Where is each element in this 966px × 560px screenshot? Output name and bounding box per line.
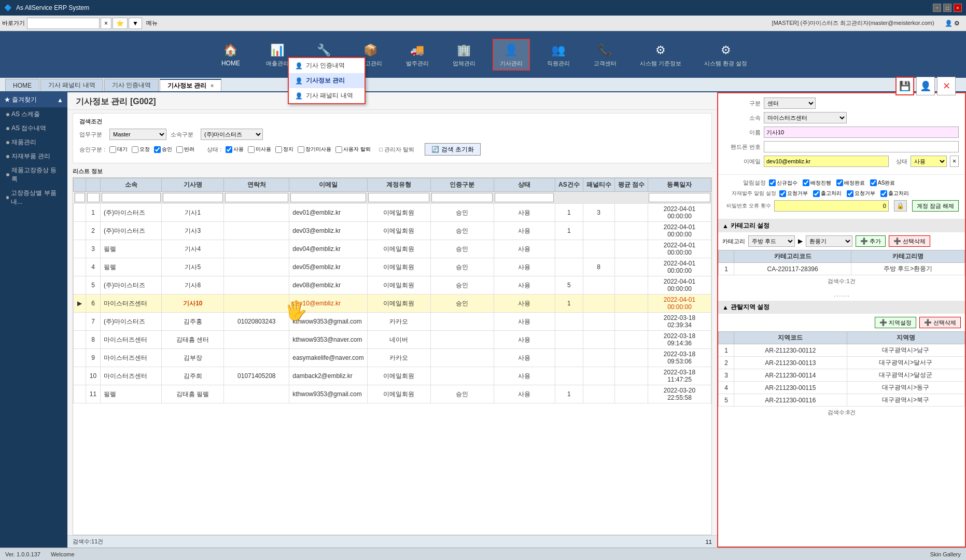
sidebar-defect[interactable]: 제품고장증상 등록	[0, 163, 67, 186]
data-table-wrapper[interactable]: 소속 기사명 연락처 이메일 계정유형 인증구분 상태 AS건수 패널티수 평균…	[73, 177, 712, 535]
auto-reject1[interactable]: 요청거부	[779, 190, 808, 197]
save-button[interactable]: 💾	[895, 77, 914, 95]
delete-region-btn[interactable]: ➕ 선택삭제	[919, 317, 961, 328]
filter-status-input[interactable]	[495, 193, 554, 202]
alert-as[interactable]: AS완료	[870, 179, 895, 187]
delete-cat-btn[interactable]: ➕ 선택삭제	[889, 235, 930, 247]
menu-home[interactable]: 🏠 HOME	[213, 40, 249, 69]
cat-main-select[interactable]: 주방 후드	[748, 235, 795, 247]
dropdown-cert[interactable]: 👤 기사 인증내역	[289, 58, 365, 73]
cat-sub-select[interactable]: 환풍기	[806, 235, 852, 247]
status-select[interactable]: 사용	[911, 156, 947, 167]
menu-customer[interactable]: 📞 고객센터	[587, 40, 623, 69]
email-clear-btn[interactable]: ×	[950, 156, 959, 167]
error-count-input[interactable]	[774, 200, 889, 212]
quick-access-input[interactable]	[27, 18, 100, 29]
dropdown-info[interactable]: 👤 기사정보 관리	[289, 73, 365, 88]
dropdown-panel[interactable]: 👤 기사 패널티 내역	[289, 88, 365, 103]
menu-toggle-btn[interactable]: ▼	[129, 18, 142, 29]
tab-home[interactable]: HOME	[5, 79, 39, 91]
auto-ship2[interactable]: 출고처리	[880, 190, 909, 197]
region-row[interactable]: 1 AR-211230-00112 대구광역시>남구	[719, 344, 965, 357]
pw-input[interactable]	[764, 141, 959, 152]
menu-technician[interactable]: 👤 기사관리	[493, 39, 530, 71]
region-row[interactable]: 2 AR-211230-00113 대구광역시>달서구	[719, 357, 965, 369]
table-row[interactable]: 1(주)마이스터즈기사1dev01@embliz.kr이메일회원승인사용1320…	[74, 204, 711, 222]
region-row[interactable]: 5 AR-211230-00116 대구광역시>북구	[719, 394, 965, 407]
menu-employee-label: 직원관리	[547, 60, 570, 67]
auto-reject2[interactable]: 요청거부	[847, 190, 875, 197]
alert-done[interactable]: 배정완료	[836, 179, 865, 187]
sidebar-branch[interactable]: 고장증상별 부품내...	[0, 186, 67, 209]
table-row[interactable]: 3필렐기사4dev04@embliz.kr이메일회원승인사용2022-04-01…	[74, 240, 711, 258]
lock-icon-btn[interactable]: 🔒	[894, 200, 907, 212]
close-button[interactable]: ×	[954, 4, 962, 12]
status-longterm[interactable]: 장기미사용	[298, 146, 331, 153]
tab-info[interactable]: 기사정보 관리 ×	[160, 79, 221, 91]
table-row[interactable]: 5(주)마이스터즈기사8dev08@embliz.kr이메일회원승인사용5202…	[74, 276, 711, 295]
cat-row[interactable]: 1 CA-220117-28396 주방 후드>환풍기	[719, 263, 965, 275]
table-row[interactable]: 8마이스터즈센터김태흠 센터kthwow9353@naver.com네이버사용2…	[74, 331, 711, 349]
filter-select-input[interactable]	[75, 193, 85, 202]
alert-new[interactable]: 신규접수	[769, 179, 797, 187]
tab-close-info[interactable]: ×	[211, 83, 214, 89]
table-row[interactable]: 10마이스터즈센터김주희01071405208damback2@embliz.k…	[74, 367, 711, 385]
clear-btn[interactable]: ×	[101, 18, 111, 29]
tab-cert[interactable]: 기사 인증내역	[104, 79, 159, 91]
region-row[interactable]: 4 AR-211230-00115 대구광역시>동구	[719, 382, 965, 394]
reset-pw-btn[interactable]: 계정 잠금 해제	[912, 200, 959, 212]
email-input[interactable]	[764, 156, 889, 167]
table-row[interactable]: 4필렐기사5dev05@embliz.kr이메일회원승인사용82022-04-0…	[74, 258, 711, 276]
filter-email-input[interactable]	[290, 193, 367, 202]
add-cat-btn[interactable]: ➕ 추가	[856, 235, 886, 247]
status-inactive[interactable]: 미사용	[248, 146, 271, 153]
menu-system2[interactable]: ⚙ 시스템 환경 설정	[698, 40, 753, 69]
menu-delivery[interactable]: 🚚 발주관리	[399, 40, 436, 69]
minimize-button[interactable]: －	[933, 4, 941, 12]
menu-company[interactable]: 🏢 업체관리	[446, 40, 482, 69]
status-withdrawn[interactable]: 사용자 탈퇴	[335, 146, 371, 153]
tab-panel[interactable]: 기사 패널티 내역	[40, 79, 103, 91]
region-header[interactable]: ▲ 관탈지역 설정	[718, 301, 965, 314]
reset-search-btn[interactable]: 🔄 검색 초기화	[425, 143, 481, 156]
org-select[interactable]: 마이스터즈센터	[764, 112, 847, 123]
auto-ship1[interactable]: 출고처리	[813, 190, 842, 197]
filter-cert-input[interactable]	[431, 193, 493, 202]
status-stopped[interactable]: 정지	[275, 146, 293, 153]
filter-phone-input[interactable]	[225, 193, 288, 202]
table-row[interactable]: 11필렐김태흠 필렐kthwow9353@gmail.com이메일회원승인사용1…	[74, 385, 711, 403]
approval-wrong[interactable]: 오정	[132, 146, 150, 153]
quick-access-btn[interactable]: ⭐	[113, 18, 128, 29]
table-row[interactable]: ▶6마이스터즈센터기사10dev10@embliz.kr이메일회원승인사용120…	[74, 295, 711, 313]
add-region-btn[interactable]: ➕ 지역설정	[875, 317, 916, 328]
approval-waiting[interactable]: 대기	[109, 146, 128, 153]
sidebar-as-schedule[interactable]: AS 스케줄	[0, 107, 67, 121]
close-panel-button[interactable]: ✕	[937, 77, 956, 95]
filter-account-input[interactable]	[368, 193, 429, 202]
menu-system1[interactable]: ⚙ 시스템 기준정보	[634, 40, 688, 69]
approval-reject[interactable]: 반려	[176, 146, 194, 153]
table-row[interactable]: 2(주)마이스터즈기사3dev03@embliz.kr이메일회원승인사용1202…	[74, 222, 711, 240]
filter-org-input[interactable]	[102, 193, 161, 202]
type-select[interactable]: 센터	[764, 97, 816, 109]
favorites-header[interactable]: ★ 즐겨찾기 ▲	[0, 92, 67, 107]
alert-assign[interactable]: 배정진행	[803, 179, 831, 187]
dept-select[interactable]: Master 센터	[109, 129, 166, 140]
approval-approved[interactable]: 승인	[154, 146, 172, 153]
sidebar-materials[interactable]: 재품관리	[0, 135, 67, 149]
region-row[interactable]: 3 AR-211230-00114 대구광역시>달성군	[719, 369, 965, 382]
sidebar-parts[interactable]: 자재부품 관리	[0, 149, 67, 163]
filter-no-input[interactable]	[87, 193, 100, 202]
sidebar-as-reception[interactable]: AS 접수내역	[0, 121, 67, 135]
center-select[interactable]: (주)마이스터즈 마이스터즈센터	[201, 129, 263, 140]
filter-date-input[interactable]	[649, 193, 710, 202]
user-button[interactable]: 👤	[916, 77, 935, 95]
menu-employee[interactable]: 👥 직원관리	[540, 40, 577, 69]
name-input[interactable]	[764, 127, 959, 138]
table-row[interactable]: 9마이스터즈센터김부장easymakelife@naver.com카카오사용20…	[74, 349, 711, 367]
restore-button[interactable]: □	[943, 4, 951, 12]
status-active[interactable]: 사용	[226, 146, 244, 153]
table-row[interactable]: 7(주)마이스터즈김주홍01020803243kthwow9353@gmail.…	[74, 313, 711, 331]
filter-name-input[interactable]	[163, 193, 223, 202]
category-header[interactable]: ▲ 카테고리 설정	[718, 219, 965, 232]
